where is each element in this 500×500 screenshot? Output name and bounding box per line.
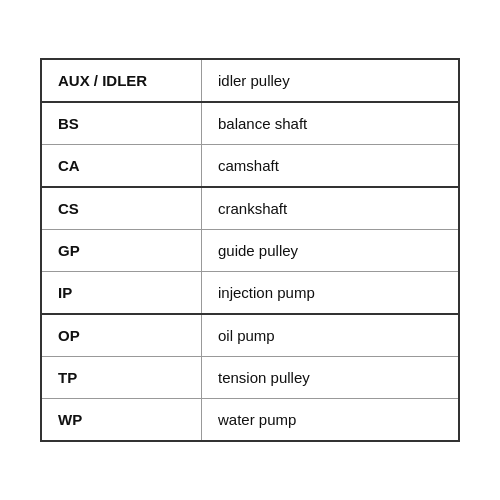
table-row: GPguide pulley bbox=[42, 230, 458, 272]
abbr-cell: IP bbox=[42, 272, 202, 313]
table-row: TPtension pulley bbox=[42, 357, 458, 399]
table-row: AUX / IDLERidler pulley bbox=[42, 60, 458, 103]
table-row: IPinjection pump bbox=[42, 272, 458, 315]
desc-cell: water pump bbox=[202, 399, 458, 440]
abbr-cell: GP bbox=[42, 230, 202, 271]
abbr-cell: WP bbox=[42, 399, 202, 440]
abbr-cell: CA bbox=[42, 145, 202, 186]
table-row: CAcamshaft bbox=[42, 145, 458, 188]
table-row: OPoil pump bbox=[42, 315, 458, 357]
desc-cell: guide pulley bbox=[202, 230, 458, 271]
desc-cell: camshaft bbox=[202, 145, 458, 186]
abbr-cell: CS bbox=[42, 188, 202, 229]
table-row: BSbalance shaft bbox=[42, 103, 458, 145]
desc-cell: balance shaft bbox=[202, 103, 458, 144]
desc-cell: crankshaft bbox=[202, 188, 458, 229]
table-row: WPwater pump bbox=[42, 399, 458, 440]
abbr-cell: BS bbox=[42, 103, 202, 144]
abbr-cell: AUX / IDLER bbox=[42, 60, 202, 101]
desc-cell: oil pump bbox=[202, 315, 458, 356]
table-row: CScrankshaft bbox=[42, 188, 458, 230]
abbreviations-table: AUX / IDLERidler pulleyBSbalance shaftCA… bbox=[40, 58, 460, 442]
abbr-cell: OP bbox=[42, 315, 202, 356]
desc-cell: tension pulley bbox=[202, 357, 458, 398]
desc-cell: injection pump bbox=[202, 272, 458, 313]
abbr-cell: TP bbox=[42, 357, 202, 398]
desc-cell: idler pulley bbox=[202, 60, 458, 101]
